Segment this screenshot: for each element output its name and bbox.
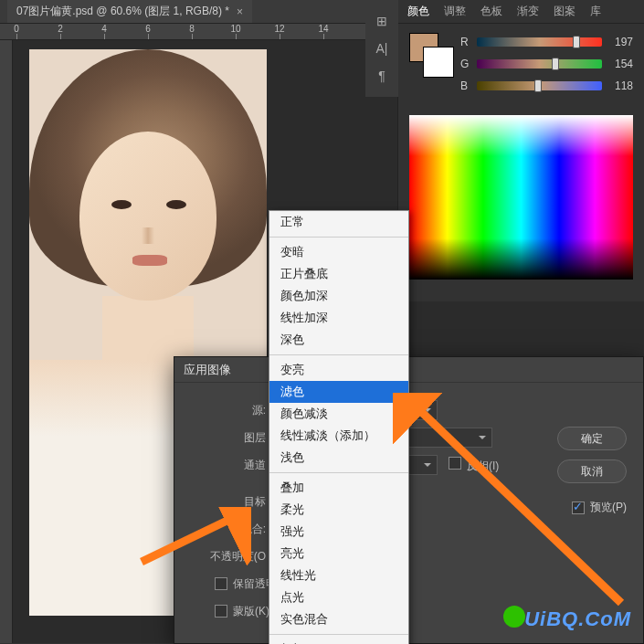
menu-item[interactable]: 线性加深 [269, 307, 408, 329]
ruler-tick-label: 14 [318, 24, 328, 34]
panel-tab[interactable]: 颜色 [407, 4, 429, 19]
menu-item[interactable]: 柔光 [269, 499, 408, 521]
menu-item[interactable]: 正片叠底 [269, 263, 408, 285]
menu-item[interactable]: 线性减淡（添加） [269, 425, 408, 447]
rgb-sliders: R197 G154 B118 [398, 24, 644, 108]
panel-tab[interactable]: 渐变 [517, 4, 539, 19]
ruler-tick-label: 8 [189, 24, 195, 34]
channel-label: 通道 [187, 458, 273, 473]
preserve-checkbox[interactable] [215, 577, 227, 590]
paragraph-icon[interactable]: ¶ [365, 62, 398, 90]
type-icon[interactable]: A| [365, 35, 398, 62]
menu-item[interactable]: 实色混合 [269, 608, 408, 630]
mask-checkbox[interactable] [215, 605, 227, 618]
menu-item[interactable]: 点光 [269, 586, 408, 608]
slider-r[interactable]: R197 [460, 33, 633, 51]
menu-separator [269, 472, 408, 473]
menu-separator [269, 237, 408, 238]
panel-tab[interactable]: 图案 [554, 4, 575, 19]
close-icon[interactable]: × [237, 5, 243, 18]
watermark: UiBQ.CoM [524, 607, 631, 631]
menu-item[interactable]: 线性光 [269, 565, 408, 586]
menu-separator [269, 354, 408, 355]
menu-item[interactable]: 变暗 [269, 241, 408, 263]
menu-item[interactable]: 颜色加深 [269, 285, 408, 307]
menu-item[interactable]: 浅色 [269, 447, 408, 469]
menu-item[interactable]: 变亮 [269, 359, 408, 381]
properties-icon[interactable]: ⊞ [365, 7, 398, 35]
wechat-icon [503, 606, 525, 628]
panel-tab[interactable]: 色板 [480, 4, 502, 19]
menu-separator [269, 634, 408, 635]
ruler-tick-label: 10 [230, 24, 240, 34]
svg-line-0 [411, 402, 621, 603]
ruler-tick-label: 2 [58, 24, 63, 34]
ruler-tick-label: 0 [14, 24, 19, 34]
document-tab-title: 07图片偏黄.psd @ 60.6% (图层 1, RGB/8) * [16, 4, 229, 19]
menu-item[interactable]: 相加 [269, 639, 408, 644]
document-tab[interactable]: 07图片偏黄.psd @ 60.6% (图层 1, RGB/8) * × [7, 0, 252, 23]
ruler-tick-label: 6 [145, 24, 151, 34]
annotation-arrow [132, 507, 251, 571]
panel-tab[interactable]: 调整 [444, 4, 466, 19]
slider-b[interactable]: B118 [460, 77, 633, 95]
menu-item[interactable]: 强光 [269, 521, 408, 543]
color-panel: ⊞ A| ¶ 颜色调整色板渐变图案库 R197 G154 B118 [397, 0, 644, 301]
annotation-arrow [393, 393, 630, 612]
source-label: 源: [187, 403, 273, 418]
layer-label: 图层 [187, 430, 273, 446]
menu-item[interactable]: 正常 [269, 211, 408, 233]
color-spectrum[interactable] [409, 115, 633, 280]
color-swatch[interactable] [409, 33, 438, 62]
menu-item[interactable]: 深色 [269, 329, 408, 351]
menu-item[interactable]: 颜色减淡 [269, 403, 408, 425]
properties-icon-strip: ⊞ A| ¶ [365, 0, 398, 97]
ruler-tick-label: 4 [101, 24, 107, 34]
menu-item[interactable]: 叠加 [269, 477, 408, 499]
ruler-vertical [0, 40, 13, 643]
panel-tab[interactable]: 库 [590, 4, 601, 19]
ruler-tick-label: 12 [274, 24, 284, 34]
blend-mode-menu: 正常变暗正片叠底颜色加深线性加深深色变亮滤色颜色减淡线性减淡（添加）浅色叠加柔光… [269, 210, 409, 644]
panel-tabs: 颜色调整色板渐变图案库 [398, 0, 644, 24]
svg-line-1 [142, 514, 240, 562]
menu-item[interactable]: 滤色 [269, 381, 408, 403]
menu-item[interactable]: 亮光 [269, 543, 408, 565]
slider-g[interactable]: G154 [460, 55, 633, 73]
